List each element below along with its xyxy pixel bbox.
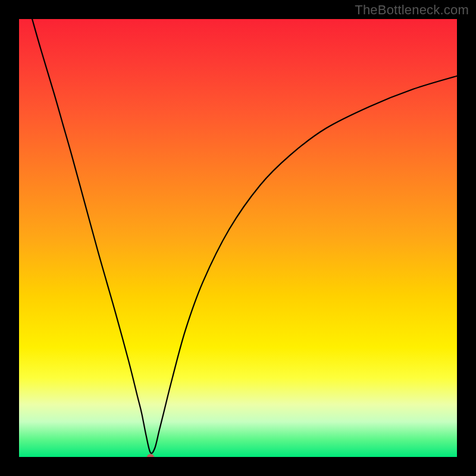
chart-frame: TheBottleneck.com bbox=[0, 0, 476, 476]
plot-area bbox=[19, 19, 457, 457]
minimum-marker bbox=[147, 454, 154, 457]
bottleneck-curve bbox=[32, 19, 457, 453]
curve-layer bbox=[19, 19, 457, 457]
watermark-text: TheBottleneck.com bbox=[355, 2, 469, 18]
